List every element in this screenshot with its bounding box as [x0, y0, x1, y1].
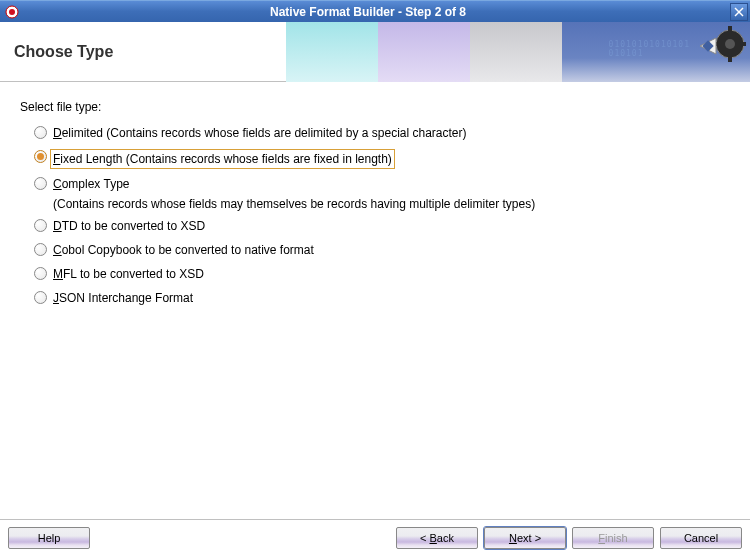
close-icon: [734, 7, 744, 17]
radio-label[interactable]: DTD to be converted to XSD: [53, 217, 205, 235]
window-title: Native Format Builder - Step 2 of 8: [26, 5, 730, 19]
content-area: Select file type: Delimited (Contains re…: [0, 82, 750, 519]
radio-button[interactable]: [34, 177, 47, 190]
wizard-header: Choose Type 01010101010101010101: [0, 22, 750, 82]
radio-button[interactable]: [34, 126, 47, 139]
cancel-button[interactable]: Cancel: [660, 527, 742, 549]
decor-block: 01010101010101010101: [562, 22, 750, 82]
help-button[interactable]: Help: [8, 527, 90, 549]
radio-label[interactable]: Cobol Copybook to be converted to native…: [53, 241, 314, 259]
radio-button[interactable]: [34, 219, 47, 232]
radio-label[interactable]: Delimited (Contains records whose fields…: [53, 124, 467, 142]
decor-block: [378, 22, 470, 82]
svg-rect-9: [742, 42, 746, 46]
svg-point-1: [9, 9, 15, 15]
help-label: Help: [38, 532, 61, 544]
radio-button[interactable]: [34, 150, 47, 163]
svg-rect-6: [728, 26, 732, 32]
radio-option-fixed[interactable]: Fixed Length (Contains records whose fie…: [34, 148, 730, 169]
radio-option-complex[interactable]: Complex Type: [34, 175, 730, 193]
select-prompt: Select file type:: [20, 100, 730, 114]
decor-block: [470, 22, 562, 82]
next-label: Next >: [509, 532, 541, 544]
close-button[interactable]: [730, 3, 748, 21]
radio-option-dtd[interactable]: DTD to be converted to XSD: [34, 217, 730, 235]
next-button[interactable]: Next >: [484, 527, 566, 549]
svg-rect-7: [728, 56, 732, 62]
decor-bits: 01010101010101010101: [609, 40, 690, 58]
file-type-group: Delimited (Contains records whose fields…: [20, 124, 730, 307]
radio-option-json[interactable]: JSON Interchange Format: [34, 289, 730, 307]
radio-label[interactable]: JSON Interchange Format: [53, 289, 193, 307]
back-label: < Back: [420, 532, 454, 544]
window-body: Choose Type 01010101010101010101: [0, 22, 750, 555]
radio-option-delimited[interactable]: Delimited (Contains records whose fields…: [34, 124, 730, 142]
gear-icon: [690, 26, 746, 78]
radio-label[interactable]: Complex Type: [53, 175, 130, 193]
radio-label[interactable]: MFL to be converted to XSD: [53, 265, 204, 283]
radio-button[interactable]: [34, 291, 47, 304]
radio-option-mfl[interactable]: MFL to be converted to XSD: [34, 265, 730, 283]
radio-label[interactable]: Fixed Length (Contains records whose fie…: [50, 149, 395, 169]
titlebar: Native Format Builder - Step 2 of 8: [0, 0, 750, 22]
finish-label: Finish: [598, 532, 627, 544]
cancel-label: Cancel: [684, 532, 718, 544]
svg-point-5: [725, 39, 735, 49]
wizard-footer: Help < Back Next > Finish Cancel: [0, 519, 750, 555]
radio-button[interactable]: [34, 267, 47, 280]
header-graphic: 01010101010101010101: [286, 22, 750, 82]
radio-option-cobol[interactable]: Cobol Copybook to be converted to native…: [34, 241, 730, 259]
back-button[interactable]: < Back: [396, 527, 478, 549]
finish-button: Finish: [572, 527, 654, 549]
radio-subtext: (Contains records whose fields may thems…: [53, 197, 730, 211]
app-icon: [4, 4, 20, 20]
decor-block: [286, 22, 378, 82]
radio-button[interactable]: [34, 243, 47, 256]
page-title: Choose Type: [0, 43, 113, 61]
